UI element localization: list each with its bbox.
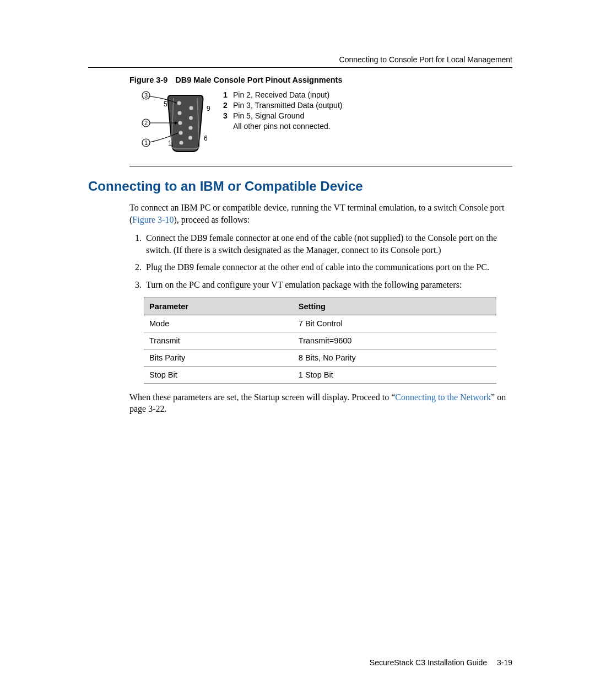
closing-paragraph: When these parameters are set, the Start… [129, 391, 512, 415]
table-cell: 7 Bit Control [293, 315, 496, 332]
running-header: Connecting to Console Port for Local Man… [88, 55, 512, 64]
legend-num: 2 [223, 100, 233, 111]
legend-row: 2 Pin 3, Transmitted Data (output) [223, 100, 342, 111]
svg-point-2 [178, 121, 182, 125]
xref-connecting-to-network[interactable]: Connecting to the Network [395, 392, 491, 402]
table-cell: Transmit=9600 [293, 332, 496, 349]
table-cell: Bits Parity [144, 349, 293, 366]
db9-connector-diagram: 5 9 1 6 3 2 1 [140, 90, 218, 156]
svg-point-0 [177, 101, 181, 105]
legend-text: All other pins not connected. [233, 121, 331, 132]
step-item: Plug the DB9 female connector at the oth… [144, 261, 512, 273]
table-row: Transmit Transmit=9600 [144, 332, 496, 349]
table-row: Bits Parity 8 Bits, No Parity [144, 349, 496, 366]
footer-page-number: 3-19 [497, 658, 512, 667]
steps-list: Connect the DB9 female connector at one … [129, 232, 512, 290]
legend-row: 3 Pin 5, Signal Ground [223, 111, 342, 121]
svg-point-6 [189, 116, 193, 120]
figure-legend: 1 Pin 2, Received Data (input) 2 Pin 3, … [223, 90, 342, 132]
table-cell: 8 Bits, No Parity [293, 349, 496, 366]
svg-point-4 [180, 141, 183, 145]
legend-num: 1 [223, 90, 233, 100]
table-header-setting: Setting [293, 298, 496, 315]
figure-rule [129, 166, 512, 166]
table-header-parameter: Parameter [144, 298, 293, 315]
table-row: Mode 7 Bit Control [144, 315, 496, 332]
pin-label-1: 1 [168, 139, 172, 147]
section-heading: Connecting to an IBM or Compatible Devic… [88, 179, 512, 194]
figure-title: DB9 Male Console Port Pinout Assignments [175, 76, 342, 84]
figure-block: 5 9 1 6 3 2 1 1 Pin 2, Received Data (in [140, 90, 512, 156]
svg-point-8 [188, 136, 192, 140]
legend-num: 3 [223, 111, 233, 121]
figure-caption: Figure 3-9DB9 Male Console Port Pinout A… [129, 76, 512, 84]
legend-text: Pin 3, Transmitted Data (output) [233, 100, 342, 111]
parameter-table: Parameter Setting Mode 7 Bit Control Tra… [144, 298, 496, 384]
pin-label-6: 6 [204, 134, 208, 142]
pin-label-9: 9 [207, 105, 210, 112]
svg-point-3 [179, 131, 183, 135]
callout-1: 1 [144, 139, 148, 146]
step-item: Connect the DB9 female connector at one … [144, 232, 512, 256]
pin-label-5: 5 [164, 100, 167, 108]
legend-row: All other pins not connected. [223, 121, 342, 132]
legend-row: 1 Pin 2, Received Data (input) [223, 90, 342, 100]
intro-paragraph: To connect an IBM PC or compatible devic… [129, 202, 512, 225]
legend-text: Pin 5, Signal Ground [233, 111, 304, 121]
table-row: Stop Bit 1 Stop Bit [144, 366, 496, 383]
footer-guide-name: SecureStack C3 Installation Guide [370, 658, 487, 667]
figure-number: Figure 3-9 [129, 76, 167, 84]
legend-num [223, 121, 233, 132]
svg-point-5 [190, 106, 193, 110]
page-footer: SecureStack C3 Installation Guide 3-19 [370, 658, 512, 667]
table-cell: Transmit [144, 332, 293, 349]
xref-figure-3-10[interactable]: Figure 3-10 [132, 215, 174, 224]
callout-3: 3 [144, 92, 148, 99]
header-rule [88, 67, 512, 68]
callout-2: 2 [144, 120, 148, 126]
intro-text-post: ), proceed as follows: [174, 215, 250, 224]
svg-point-7 [189, 126, 193, 130]
closing-text-pre: When these parameters are set, the Start… [129, 392, 395, 402]
step-item: Turn on the PC and configure your VT emu… [144, 279, 512, 291]
table-cell: Mode [144, 315, 293, 332]
table-cell: 1 Stop Bit [293, 366, 496, 383]
table-cell: Stop Bit [144, 366, 293, 383]
legend-text: Pin 2, Received Data (input) [233, 90, 329, 100]
svg-point-1 [178, 111, 182, 115]
